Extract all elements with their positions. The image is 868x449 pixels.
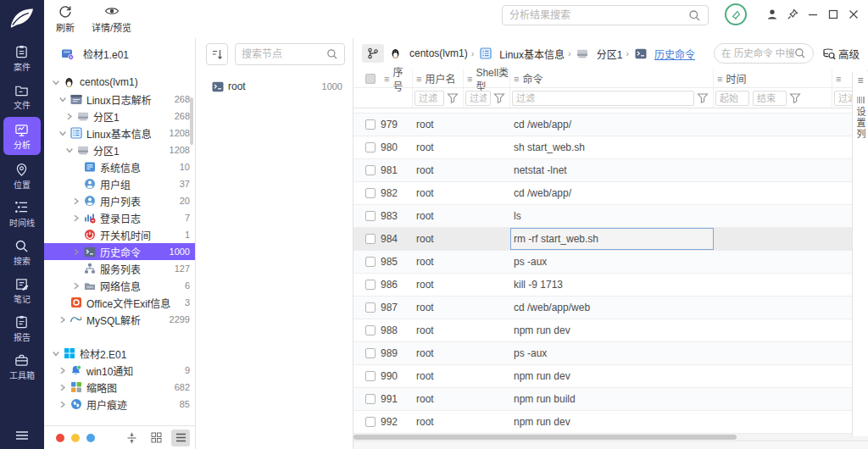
- row-checkbox[interactable]: [365, 188, 376, 198]
- table-row-991[interactable]: 991rootnpm run build: [353, 388, 868, 411]
- chevron-right-icon[interactable]: [71, 213, 81, 223]
- chevron-down-icon[interactable]: [51, 348, 61, 358]
- sidebar-item-location[interactable]: 位置: [0, 157, 44, 195]
- column-menu-icon[interactable]: ≡: [857, 75, 863, 86]
- column-header-shell-type[interactable]: ≡ Shell类型: [464, 69, 510, 87]
- row-checkbox[interactable]: [365, 234, 376, 244]
- tree-item-centos(lvm1)[interactable]: centos(lvm1): [44, 74, 195, 91]
- expand-collapse-icon[interactable]: [122, 430, 141, 446]
- time-end-input[interactable]: [753, 91, 787, 106]
- column-menu-icon[interactable]: ≡: [717, 74, 722, 84]
- tree-item-evidence1[interactable]: 检材1.e01: [44, 38, 195, 62]
- cell-command[interactable]: sh start_web.sh: [510, 136, 714, 158]
- sidebar-item-timeline[interactable]: 时间线: [0, 195, 44, 233]
- scrollbar-thumb[interactable]: [353, 435, 737, 440]
- yellow-flag-dot[interactable]: [71, 434, 80, 442]
- sidebar-item-report[interactable]: 报告: [0, 309, 44, 347]
- chevron-right-icon[interactable]: [58, 382, 68, 392]
- table-row-985[interactable]: 985rootps -aux: [353, 251, 868, 274]
- pin-icon[interactable]: [785, 7, 800, 22]
- minimize-button[interactable]: [805, 7, 821, 22]
- branch-view-button[interactable]: [362, 44, 384, 63]
- cell-command[interactable]: cd /web/app/: [510, 114, 714, 136]
- sidebar-item-note[interactable]: 笔记: [0, 271, 44, 309]
- filter-funnel-icon[interactable]: [789, 92, 801, 104]
- grid-view-icon[interactable]: [147, 430, 165, 446]
- chevron-right-icon[interactable]: [58, 399, 68, 409]
- column-menu-icon[interactable]: ≡: [467, 74, 472, 84]
- sidebar-item-folder[interactable]: 文件: [0, 77, 44, 115]
- cell-command[interactable]: npm run dev: [510, 319, 714, 341]
- tree-item-MySQL解析[interactable]: MySQL解析2299: [44, 311, 195, 328]
- row-checkbox[interactable]: [365, 211, 376, 221]
- cell-command[interactable]: rm -rf start_web.sh: [510, 228, 714, 250]
- cell-command[interactable]: ps -aux: [510, 342, 714, 364]
- table-row-981[interactable]: 981rootnetstat -lnet: [353, 159, 868, 182]
- advanced-search-button[interactable]: 高级: [822, 46, 860, 62]
- node-item-root[interactable]: root1000: [196, 77, 353, 96]
- column-settings-button[interactable]: 设置列: [854, 107, 867, 140]
- column-header-index[interactable]: ≡ 序号: [353, 69, 413, 87]
- row-checkbox[interactable]: [365, 302, 376, 313]
- table-row-983[interactable]: 983rootls: [353, 205, 868, 228]
- user-account-icon[interactable]: [765, 7, 780, 22]
- row-checkbox[interactable]: [365, 119, 376, 130]
- shell-filter-input[interactable]: [465, 91, 491, 106]
- tree-item-检材2.E01[interactable]: 检材2.E01: [44, 345, 195, 362]
- command-filter-input[interactable]: [512, 91, 694, 106]
- search-icon[interactable]: [688, 9, 701, 22]
- table-row-987[interactable]: 987rootcd /web/app/web: [353, 297, 868, 319]
- table-row-986[interactable]: 986rootkill -9 1713: [353, 274, 868, 297]
- table-row-992[interactable]: 992rootnpm run dev: [353, 411, 868, 434]
- breadcrumb-item-分区1[interactable]: 分区1: [575, 47, 623, 61]
- close-button[interactable]: [846, 7, 861, 22]
- table-row-989[interactable]: 989rootps -aux: [353, 342, 868, 365]
- tree-item-分区1[interactable]: 分区11208: [44, 141, 195, 158]
- feedback-icon[interactable]: [725, 3, 747, 25]
- row-checkbox[interactable]: [365, 371, 376, 381]
- tree-item-分区1[interactable]: 分区1268: [44, 108, 195, 125]
- row-checkbox[interactable]: [365, 348, 376, 358]
- sidebar-item-search[interactable]: 搜索: [0, 233, 44, 271]
- maximize-button[interactable]: [826, 7, 841, 22]
- sidebar-item-case[interactable]: 案件: [0, 39, 44, 77]
- cell-command[interactable]: ps -aux: [510, 251, 714, 273]
- chevron-down-icon[interactable]: [64, 145, 75, 155]
- chevron-right-icon[interactable]: [58, 365, 68, 375]
- breadcrumb-item-Linux基本信息[interactable]: Linux基本信息: [477, 47, 565, 61]
- tree-item-win10通知[interactable]: win10通知9: [44, 362, 195, 379]
- column-header-time[interactable]: ≡ 时间: [714, 69, 832, 87]
- column-header-username[interactable]: ≡ 用户名: [413, 69, 464, 87]
- row-checkbox[interactable]: [365, 417, 376, 427]
- row-checkbox[interactable]: [365, 257, 376, 267]
- chevron-right-icon[interactable]: [71, 196, 81, 206]
- sidebar-item-analysis[interactable]: 分析: [3, 117, 41, 155]
- red-flag-dot[interactable]: [56, 434, 64, 442]
- table-row-984[interactable]: 984rootrm -rf start_web.sh: [353, 228, 868, 251]
- column-menu-icon[interactable]: ≡: [514, 74, 519, 84]
- sort-nodes-button[interactable]: [206, 43, 228, 65]
- breadcrumb-item-历史命令[interactable]: 历史命令: [632, 47, 695, 61]
- tree-item-缩略图[interactable]: 缩略图682: [44, 379, 195, 396]
- row-checkbox[interactable]: [365, 280, 376, 290]
- table-row-988[interactable]: 988rootnpm run dev: [353, 319, 868, 342]
- sidebar-collapse-button[interactable]: [0, 430, 44, 442]
- select-all-checkbox[interactable]: [365, 74, 376, 84]
- cell-command[interactable]: npm run build: [510, 388, 714, 410]
- filter-funnel-icon[interactable]: [493, 92, 505, 104]
- tree-item-网络信息[interactable]: 网络信息6: [44, 277, 195, 294]
- row-checkbox[interactable]: [365, 394, 376, 404]
- tree-item-Office文件Exif信息[interactable]: Office文件Exif信息3: [44, 294, 195, 311]
- search-icon[interactable]: [794, 47, 806, 59]
- time-start-input[interactable]: [715, 91, 749, 106]
- tree-item-服务列表[interactable]: 服务列表127: [44, 260, 195, 277]
- tree-item-历史命令[interactable]: 历史命令1000: [44, 243, 195, 260]
- refresh-button[interactable]: 刷新: [56, 3, 75, 34]
- tree-item-用户组[interactable]: 用户组37: [44, 175, 195, 192]
- filter-funnel-icon[interactable]: [697, 92, 709, 104]
- row-checkbox[interactable]: [365, 142, 376, 152]
- row-checkbox[interactable]: [365, 165, 376, 175]
- chevron-down-icon[interactable]: [51, 77, 61, 87]
- column-menu-icon[interactable]: ≡: [416, 74, 421, 84]
- chevron-down-icon[interactable]: [58, 128, 68, 138]
